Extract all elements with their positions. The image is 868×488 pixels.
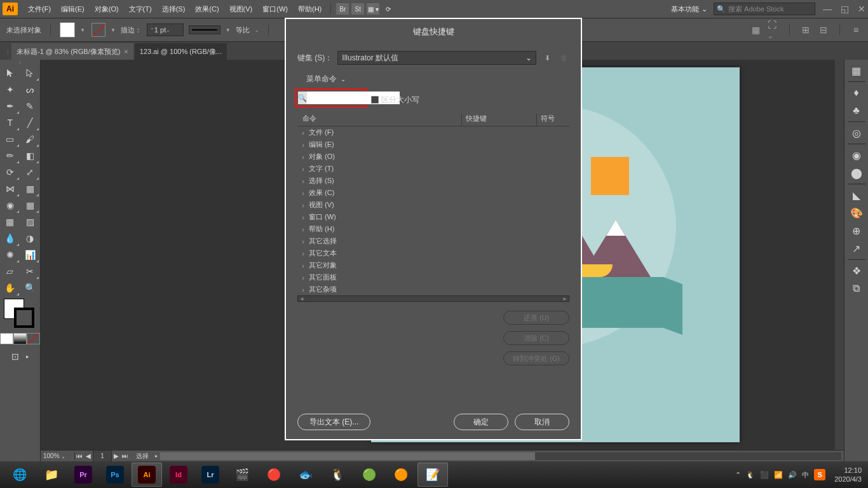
command-item[interactable]: ›文件 (F) — [297, 126, 569, 139]
column-graph-tool[interactable]: 📊 — [20, 247, 41, 263]
direct-selection-tool[interactable] — [20, 65, 41, 81]
taskbar-explorer[interactable]: 📁 — [36, 463, 67, 487]
tray-sogou-icon[interactable]: S — [814, 469, 825, 480]
tab-123ai[interactable]: 123.ai @ 100% (RGB/像... — [135, 43, 227, 60]
delete-keyset-icon[interactable]: 🗑 — [558, 52, 569, 64]
search-stock-input[interactable]: 🔍搜索 Adobe Stock — [714, 3, 815, 15]
menu-edit[interactable]: 编辑(E) — [56, 4, 90, 14]
menu-effect[interactable]: 效果(C) — [190, 4, 224, 14]
menu-select[interactable]: 选择(S) — [157, 4, 191, 14]
artboard-number[interactable]: 1 — [93, 450, 112, 463]
slice-tool[interactable]: ✂ — [20, 263, 41, 280]
tray-ime-icon[interactable]: 中 — [802, 470, 809, 480]
stroke-panel-icon[interactable]: ↗ — [847, 240, 866, 257]
symbol-sprayer-tool[interactable]: ✺ — [0, 247, 20, 263]
taskbar-browser[interactable]: 🌐 — [4, 463, 35, 487]
pen-tool[interactable]: ✒ — [0, 98, 20, 114]
command-item[interactable]: ›帮助 (H) — [297, 223, 569, 235]
tab-handle-icon[interactable]: ⋮⋮ — [5, 50, 11, 60]
keyset-dropdown[interactable]: Illustrator 默认值⌄ — [337, 51, 536, 65]
scale-tool[interactable]: ⤢ — [20, 164, 41, 180]
filter-dropdown[interactable]: 菜单命令 — [306, 74, 337, 85]
taskbar-illustrator[interactable]: Ai — [132, 463, 162, 487]
shaper-tool[interactable]: ✏ — [0, 147, 20, 164]
first-artboard-button[interactable]: ⏮ — [75, 452, 84, 459]
command-item[interactable]: ›文字 (T) — [297, 163, 569, 175]
type-tool[interactable]: T — [0, 114, 20, 131]
gradient-tool[interactable]: ▨ — [20, 214, 41, 230]
align-icon[interactable]: ⊞ — [800, 24, 811, 36]
command-list[interactable]: ›文件 (F)›编辑 (E)›对象 (O)›文字 (T)›选择 (S)›效果 (… — [297, 126, 569, 295]
scrollbar-horizontal[interactable] — [160, 452, 841, 460]
taskbar-chrome[interactable]: 🟢 — [354, 463, 384, 487]
shape-builder-tool[interactable]: ◉ — [0, 197, 20, 214]
command-item[interactable]: ›编辑 (E) — [297, 139, 569, 151]
menu-view[interactable]: 视图(V) — [224, 4, 258, 14]
brushes-panel-icon[interactable]: ♣ — [847, 102, 866, 119]
command-item[interactable]: ›其它选择 — [297, 235, 569, 247]
swatches-panel-icon[interactable]: ⊕ — [847, 222, 866, 239]
export-text-button[interactable]: 导出文本 (E)... — [297, 414, 370, 430]
taskbar-app3[interactable]: 🐟 — [290, 463, 321, 487]
close-button[interactable]: ✕ — [858, 4, 865, 14]
stroke-swatch[interactable] — [92, 23, 105, 37]
taskbar-notepad[interactable]: 📝 — [417, 463, 448, 487]
width-tool[interactable]: ⋈ — [0, 180, 20, 197]
stroke-weight-input[interactable]: ⌃1 pt⌄ — [147, 24, 184, 36]
blend-tool[interactable]: ◑ — [20, 230, 41, 247]
color-mode-buttons[interactable] — [0, 333, 40, 344]
command-item[interactable]: ›其它文本 — [297, 247, 569, 259]
properties-panel-icon[interactable]: ▦ — [847, 62, 866, 79]
libraries-panel-icon[interactable]: ♦ — [847, 85, 866, 101]
taskbar-qq[interactable]: 🐧 — [322, 463, 353, 487]
fill-swatch[interactable] — [60, 22, 75, 37]
perspective-tool[interactable]: ▦ — [20, 197, 41, 214]
save-keyset-icon[interactable]: ⬇ — [541, 52, 553, 64]
zoom-tool[interactable]: 🔍 — [20, 280, 41, 296]
scrollbar-vertical[interactable] — [835, 60, 844, 450]
next-artboard-button[interactable]: ▶ — [112, 452, 121, 459]
preferences-icon[interactable]: ⛶ ⌄ — [768, 24, 779, 36]
rotate-tool[interactable]: ⟳ — [0, 164, 20, 180]
cancel-button[interactable]: 取消 — [515, 414, 569, 430]
rectangle-tool[interactable]: ▭ — [0, 131, 20, 147]
symbols-panel-icon[interactable]: ◣ — [847, 187, 866, 203]
toolbox-grip[interactable] — [0, 60, 40, 65]
close-icon[interactable]: × — [124, 48, 128, 55]
stock-icon[interactable]: St — [351, 3, 364, 15]
tray-volume-icon[interactable]: 🔊 — [788, 471, 797, 479]
taskbar-clock[interactable]: 12:10 2020/4/3 — [834, 466, 862, 484]
panel-menu-icon[interactable]: ≡ — [850, 24, 862, 36]
tray-app-icon[interactable]: ⬛ — [760, 471, 769, 479]
selection-tool[interactable] — [0, 65, 20, 81]
command-item[interactable]: ›效果 (C) — [297, 187, 569, 199]
layers-panel-icon[interactable]: ❖ — [847, 262, 866, 279]
menu-help[interactable]: 帮助(H) — [293, 4, 327, 14]
menu-object[interactable]: 对象(O) — [90, 4, 124, 14]
magic-wand-tool[interactable]: ✦ — [0, 81, 20, 98]
workspace-switcher[interactable]: 基本功能⌄ — [667, 3, 711, 15]
menu-file[interactable]: 文件(F) — [23, 4, 56, 14]
taskbar-app2[interactable]: 🔴 — [259, 463, 289, 487]
cc-panel-icon[interactable]: ◎ — [847, 125, 866, 141]
artboard-tool[interactable]: ▱ — [0, 263, 20, 280]
artboards-panel-icon[interactable]: ⧉ — [847, 280, 866, 297]
color-panel-icon[interactable]: 🎨 — [847, 205, 866, 221]
zoom-selector[interactable]: 100% ⌄ — [41, 452, 75, 459]
graphic-styles-panel-icon[interactable]: ⬤ — [847, 165, 866, 181]
screen-mode-buttons[interactable]: ⊡ ▸ — [0, 349, 40, 363]
line-tool[interactable]: ╱ — [20, 114, 41, 131]
menu-window[interactable]: 窗口(W) — [257, 4, 293, 14]
command-item[interactable]: ›其它面板 — [297, 271, 569, 283]
stroke-color[interactable] — [14, 308, 34, 328]
gpu-icon[interactable]: ⟳ — [382, 3, 395, 15]
tray-chevron-icon[interactable]: ⌃ — [735, 471, 741, 479]
restore-button[interactable]: ◱ — [841, 4, 849, 14]
case-sensitive-checkbox[interactable]: 区分大小写 — [371, 95, 419, 105]
tab-untitled[interactable]: 未标题-1 @ 83% (RGB/像素预览)× — [11, 43, 133, 60]
stroke-style[interactable] — [189, 25, 220, 34]
lasso-tool[interactable]: ᔕ — [20, 81, 41, 98]
tray-network-icon[interactable]: 📶 — [774, 471, 783, 479]
paintbrush-tool[interactable]: 🖌 — [20, 131, 41, 147]
command-item[interactable]: ›视图 (V) — [297, 199, 569, 211]
